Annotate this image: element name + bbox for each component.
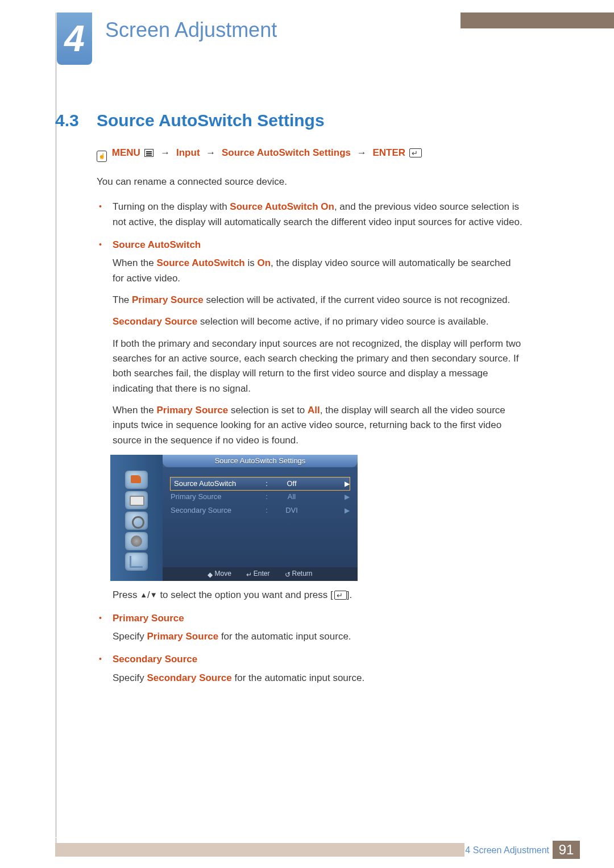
chapter-number: 4 [64, 18, 85, 60]
footer-chapter-label: 4 Screen Adjustment [465, 845, 549, 855]
primary-source-heading: Primary Source [113, 611, 523, 626]
remote-icon: ☝ [97, 151, 107, 162]
osd-row-source-autoswitch[interactable]: Source AutoSwitch : Off ▶ [170, 477, 350, 491]
osd-enter-hint: ↵Enter [246, 568, 270, 580]
arrow-icon: → [160, 147, 170, 158]
chapter-title: Screen Adjustment [105, 18, 277, 42]
osd-side-icon-multi [125, 553, 148, 571]
osd-move-hint: ◆Move [208, 568, 231, 580]
menu-icon [144, 149, 154, 157]
chapter-number-tab: 4 [57, 13, 92, 65]
osd-body: Source AutoSwitch : Off ▶ Primary Source… [163, 467, 358, 567]
chevron-right-icon: ▶ [345, 492, 350, 502]
arrow-icon: → [206, 147, 215, 158]
nav-source-autoswitch-label: Source AutoSwitch Settings [222, 147, 351, 158]
section-number: 4.3 [55, 111, 79, 130]
chevron-right-icon: ▶ [345, 505, 350, 516]
bullet-list: Turning on the display with Source AutoS… [97, 200, 523, 686]
osd-menu-screenshot: Source AutoSwitch Settings Source AutoSw… [110, 455, 358, 581]
section-title: Source AutoSwitch Settings [97, 111, 325, 130]
bullet-primary-source: Primary Source Specify Primary Source fo… [113, 611, 523, 645]
osd-row-secondary-source[interactable]: Secondary Source : DVI ▶ [171, 504, 350, 517]
down-triangle-icon: ▼ [150, 591, 157, 599]
arrow-icon: → [357, 147, 367, 158]
page-number: 91 [553, 841, 580, 859]
bullet-secondary-source: Secondary Source Specify Secondary Sourc… [113, 652, 523, 686]
source-autoswitch-p3: Secondary Source selection will become a… [113, 314, 523, 329]
page-footer: 4 Screen Adjustment 91 [55, 837, 580, 857]
chevron-right-icon: ▶ [345, 479, 350, 489]
source-autoswitch-heading: Source AutoSwitch [113, 238, 523, 252]
footer-light-bar [55, 843, 464, 857]
source-autoswitch-p2: The Primary Source selection will be act… [113, 293, 523, 308]
source-autoswitch-p1: When the Source AutoSwitch is On, the di… [113, 256, 523, 286]
menu-navigation-path: ☝ MENU → Input → Source AutoSwitch Setti… [97, 146, 523, 162]
press-instruction: Press ▲/▼ to select the option you want … [113, 588, 523, 603]
osd-footer: ◆Move ↵Enter ↺Return [163, 567, 358, 581]
up-triangle-icon: ▲ [140, 591, 147, 599]
left-margin-rule [55, 13, 57, 857]
osd-side-icon-picture [125, 491, 148, 509]
nav-enter-label: ENTER [373, 147, 406, 158]
secondary-source-heading: Secondary Source [113, 652, 523, 667]
enter-icon [334, 591, 347, 600]
osd-side-icon-sound [125, 512, 148, 530]
osd-title: Source AutoSwitch Settings [163, 455, 358, 467]
header-accent-bar [460, 13, 614, 28]
osd-side-icon-input [125, 471, 148, 489]
bullet-turning-on: Turning on the display with Source AutoS… [113, 200, 523, 230]
intro-text: You can rename a connected source device… [97, 175, 523, 189]
content-area: ☝ MENU → Input → Source AutoSwitch Setti… [97, 146, 523, 693]
osd-return-hint: ↺Return [285, 568, 313, 580]
osd-row-primary-source[interactable]: Primary Source : All ▶ [171, 490, 350, 504]
nav-input-label: Input [176, 147, 200, 158]
nav-menu-label: MENU [112, 147, 140, 158]
osd-sidebar [110, 455, 163, 581]
source-autoswitch-p4: If both the primary and secondary input … [113, 337, 523, 396]
enter-icon [409, 148, 422, 157]
source-autoswitch-p5: When the Primary Source selection is set… [113, 403, 523, 448]
bullet-source-autoswitch: Source AutoSwitch When the Source AutoSw… [113, 238, 523, 603]
osd-side-icon-setup [125, 532, 148, 550]
